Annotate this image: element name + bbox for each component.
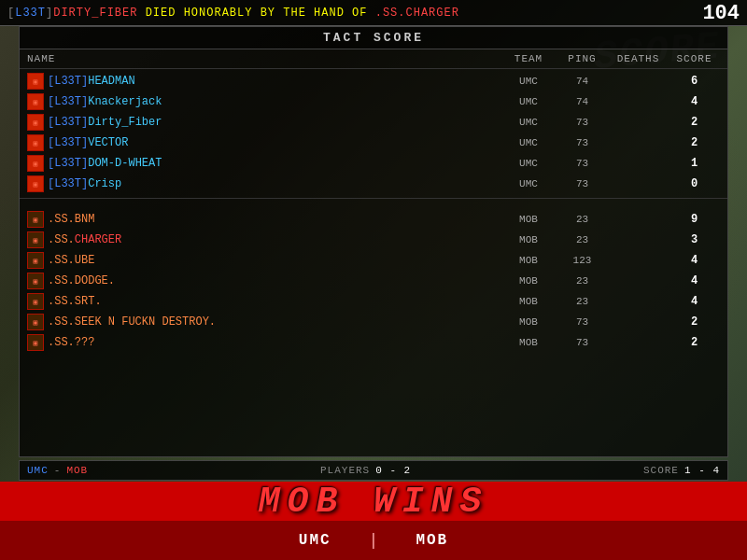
player-score: 4 [669,274,720,287]
tab-mob[interactable]: MOB [388,526,476,554]
score-value: 1 - 4 [684,465,720,476]
player-ping: 73 [557,137,608,148]
player-team: UMC [500,137,557,148]
player-team: MOB [500,316,557,328]
kill-text: DIED HONORABLY BY THE HAND OF [146,7,375,20]
player-score: 1 [669,157,720,170]
player-ping: 73 [557,316,608,328]
killer-name: .SS.Charger [375,7,459,20]
player-team: MOB [500,214,557,225]
player-ping: 73 [557,178,608,189]
player-team: UMC [500,96,557,107]
killed-player: Dirty_Fiber [53,7,137,20]
player-name: VECTOR [88,136,128,149]
player-ping: 23 [557,214,608,225]
avatar: ▣ [27,93,44,110]
bracket: [L33T] [48,136,88,149]
player-team: UMC [500,117,557,128]
header-name: NAME [27,53,500,64]
bracket: [L33T] [48,177,88,190]
player-ping: 73 [557,337,608,348]
player-name-cell: [L33T]Crisp [48,177,500,190]
bracket: .SS. [48,274,75,287]
table-row: ▣ [L33T]DOM-D-WHEAT UMC 73 1 [20,153,727,174]
player-name: Knackerjack [88,95,162,108]
bracket: .SS. [48,336,75,349]
avatar: ▣ [27,175,44,192]
player-score: 2 [669,116,720,129]
avatar: ▣ [27,314,44,330]
player-team: UMC [500,158,557,169]
avatar: ▣ [27,252,44,269]
table-row: ▣ [L33T]HEADMAN UMC 74 6 [20,71,727,91]
player-name-cell: .SS.SRT. [48,295,500,308]
header-ping: PING [557,53,608,64]
player-name-cell: [L33T]HEADMAN [48,75,500,88]
bracket: [L33T] [48,116,88,129]
bracket: .SS. [48,254,75,267]
player-score: 2 [669,136,720,149]
avatar: ▣ [27,293,44,310]
table-row: ▣ .SS.??? MOB 73 2 [20,332,727,353]
team-tabs: UMC | MOB [0,521,747,560]
player-name: SEEK N FUCKN DESTROY. [75,315,216,329]
player-name: DOM-D-WHEAT [88,157,162,170]
avatar: ▣ [27,211,44,228]
player-name-cell: .SS.??? [48,336,500,349]
player-ping: 123 [557,255,608,266]
bracket: .SS. [48,233,75,246]
player-name-cell: .SS.UBE [48,254,500,267]
table-row: ▣ .SS.DODGE. MOB 23 4 [20,271,727,291]
header-score: SCORE [669,53,720,64]
player-name-cell: .SS.SEEK N FUCKN DESTROY. [48,315,500,329]
player-ping: 73 [557,117,608,128]
player-team: UMC [500,178,557,189]
player-name-cell: .SS.DODGE. [48,274,500,287]
players-label: PLAYERS [320,465,370,476]
player-team: MOB [500,255,557,266]
player-name: BNM [75,213,95,226]
header-deaths: DEATHS [608,53,669,64]
avatar: ▣ [27,231,44,248]
header-team: TEAM [500,53,557,64]
player-score: 2 [669,336,720,349]
player-name: Crisp [88,177,121,190]
player-score: 3 [669,233,720,246]
table-row: ▣ [L33T]Knackerjack UMC 74 4 [20,91,727,112]
summary-umc-label: UMC [27,465,49,476]
player-team: MOB [500,275,557,287]
player-team: MOB [500,337,557,348]
player-name: SRT. [75,295,102,308]
kill-team: L33T [15,7,46,20]
player-team: UMC [500,76,557,87]
score-label-text: SCORE [643,465,679,476]
tab-umc[interactable]: UMC [271,526,359,554]
player-name: HEADMAN [88,75,134,88]
player-score: 4 [669,254,720,267]
player-team: MOB [500,296,557,307]
player-team: MOB [500,234,557,245]
player-name: Dirty_Fiber [88,116,162,129]
player-name: DODGE. [75,274,115,287]
player-name-cell: [L33T]Dirty_Fiber [48,116,500,129]
player-ping: 23 [557,275,608,287]
table-row: ▣ .SS.BNM MOB 23 9 [20,209,727,230]
bracket: [L33T] [48,75,88,88]
scoreboard-header: NAME TEAM PING DEATHS SCORE [20,49,727,69]
player-name-cell: [L33T]Knackerjack [48,95,500,108]
player-score: 2 [669,315,720,329]
bracket-open: [ [7,7,15,20]
player-score: 0 [669,177,720,190]
avatar: ▣ [27,155,44,172]
player-name-cell: .SS.BNM [48,213,500,226]
player-name: CHARGER [75,233,121,246]
player-score: 9 [669,213,720,226]
bracket: .SS. [48,213,75,226]
player-ping: 23 [557,234,608,245]
avatar: ▣ [27,334,44,351]
kill-notification-bar: [L33T]Dirty_Fiber DIED HONORABLY BY THE … [0,0,747,26]
scoreboard-title: TACT SCORE [20,27,727,49]
team-mob-section: ▣ .SS.BNM MOB 23 9 ▣ .SS.CHARGER MOB 23 … [20,207,727,355]
table-row: ▣ [L33T]VECTOR UMC 73 2 [20,133,727,153]
bracket: [L33T] [48,157,88,170]
